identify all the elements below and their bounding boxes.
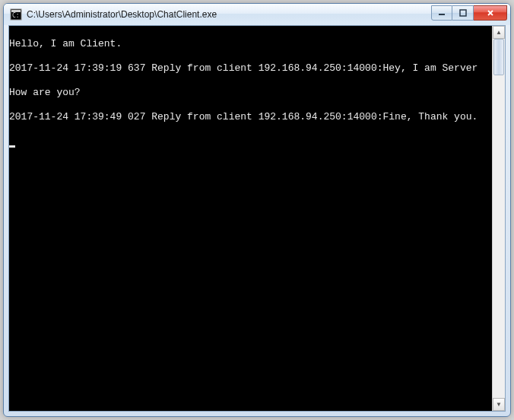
scroll-track[interactable] <box>493 39 505 398</box>
console-line: 2017-11-24 17:39:49 027 Reply from clien… <box>9 111 492 123</box>
vertical-scrollbar[interactable]: ▲ ▼ <box>492 26 505 411</box>
application-window: C: C:\Users\Administrator\Desktop\ChatCl… <box>3 3 511 417</box>
svg-text:C:: C: <box>12 12 20 19</box>
close-button[interactable] <box>474 5 507 21</box>
window-controls <box>431 5 507 21</box>
scroll-thumb[interactable] <box>493 39 504 75</box>
scroll-down-arrow-icon[interactable]: ▼ <box>493 398 505 411</box>
titlebar[interactable]: C: C:\Users\Administrator\Desktop\ChatCl… <box>4 4 510 25</box>
client-area: Hello, I am Client. 2017-11-24 17:39:19 … <box>8 25 506 412</box>
svg-rect-3 <box>439 14 445 15</box>
maximize-button[interactable] <box>452 5 474 21</box>
minimize-button[interactable] <box>431 5 452 21</box>
window-title: C:\Users\Administrator\Desktop\ChatClien… <box>27 9 217 20</box>
scroll-up-arrow-icon[interactable]: ▲ <box>493 26 505 39</box>
svg-rect-4 <box>460 10 466 16</box>
console-output[interactable]: Hello, I am Client. 2017-11-24 17:39:19 … <box>9 26 492 411</box>
text-cursor <box>9 145 15 148</box>
console-line: How are you? <box>9 87 492 99</box>
app-icon: C: <box>10 8 22 21</box>
console-line: Hello, I am Client. <box>9 38 492 50</box>
console-line: 2017-11-24 17:39:19 637 Reply from clien… <box>9 62 492 75</box>
